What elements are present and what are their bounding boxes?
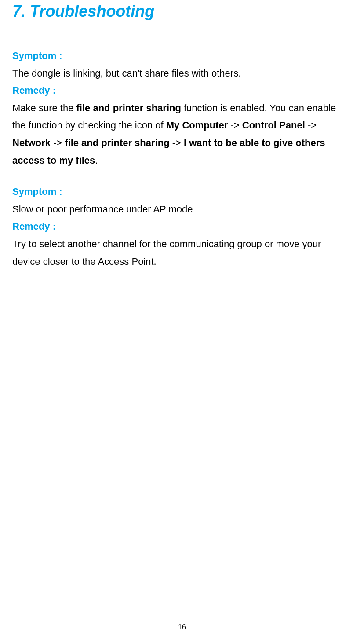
remedy-bold: file and printer sharing — [76, 102, 181, 113]
symptom-text: Slow or poor performance under AP mode — [12, 201, 352, 218]
troubleshooting-item-2: Symptom : Slow or poor performance under… — [12, 183, 352, 270]
remedy-fragment: -> — [170, 137, 184, 148]
troubleshooting-item-1: Symptom : The dongle is linking, but can… — [12, 47, 352, 169]
remedy-bold: My Computer — [166, 120, 228, 131]
symptom-text: The dongle is linking, but can't share f… — [12, 65, 352, 82]
remedy-text: Try to select another channel for the co… — [12, 235, 352, 270]
remedy-fragment: Make sure the — [12, 102, 76, 113]
remedy-fragment: -> — [228, 120, 242, 131]
page-number: 16 — [0, 623, 364, 631]
remedy-fragment: . — [95, 155, 98, 166]
remedy-fragment: -> — [305, 120, 317, 131]
remedy-text: Make sure the file and printer sharing f… — [12, 99, 352, 169]
remedy-bold: Network — [12, 137, 51, 148]
section-title: 7. Troubleshooting — [12, 0, 352, 21]
symptom-label: Symptom : — [12, 183, 352, 201]
remedy-label: Remedy : — [12, 82, 352, 99]
remedy-label: Remedy : — [12, 218, 352, 235]
remedy-bold: Control Panel — [242, 120, 305, 131]
remedy-fragment: -> — [51, 137, 65, 148]
remedy-bold: file and printer sharing — [65, 137, 169, 148]
symptom-label: Symptom : — [12, 47, 352, 65]
